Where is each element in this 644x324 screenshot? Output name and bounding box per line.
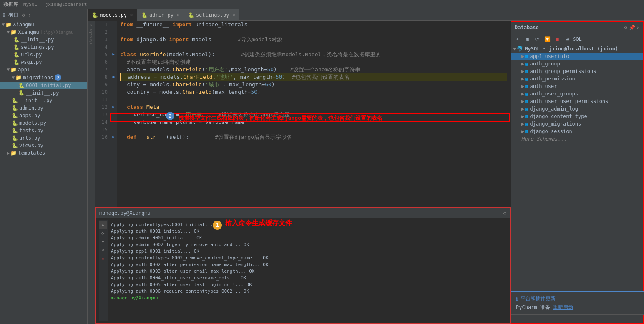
- db-table-icon: ▦: [525, 98, 528, 104]
- db-sql-btn[interactable]: SQL: [573, 35, 581, 43]
- code-line-1: from __future__ import unicode_literals: [120, 21, 507, 28]
- db-close-icon[interactable]: ✕: [637, 25, 640, 30]
- py-icon: 🐍: [18, 83, 25, 88]
- db-table-icon: ▦: [525, 91, 528, 97]
- tab-close-settings[interactable]: ✕: [232, 13, 235, 17]
- tab-settings-py[interactable]: 🐍 settings.py ✕: [184, 9, 240, 21]
- sidebar-item-xiangmu-path[interactable]: ▼ 📁 Xiangmu H:\py\Xiangmu: [0, 28, 87, 36]
- db-arrow-down: ▼: [513, 46, 516, 52]
- code-line-8: address = models.CharField('地址', max_len…: [120, 73, 507, 81]
- db-table-django-migrations[interactable]: ▶ ▦ django_migrations: [511, 120, 643, 128]
- menu-bar: 数据库 MySQL - jxiou@localhost: [0, 0, 644, 9]
- db-arrow: ▶: [521, 91, 524, 97]
- code-line-5: class userinfo(models.Model): #创建类必须继承mo…: [120, 51, 507, 58]
- db-arrow: ▶: [521, 121, 524, 127]
- db-table-auth-user[interactable]: ▶ ▦ auth_user: [511, 83, 643, 90]
- db-table-auth-group-perms[interactable]: ▶ ▦ auth_group_permissions: [511, 68, 643, 75]
- tab-close-models[interactable]: ✕: [130, 13, 133, 17]
- db-table-auth-permission[interactable]: ▶ ▦ auth_permission: [511, 75, 643, 83]
- db-add-btn[interactable]: +: [513, 35, 521, 43]
- db-settings-icon[interactable]: ⚙: [624, 25, 627, 30]
- sidebar-label-init2: __init__.py: [26, 90, 59, 96]
- sidebar-item-views[interactable]: 🐍 views.py: [0, 142, 87, 149]
- db-arrow: ▶: [521, 76, 524, 82]
- db-table-app1-userinfo[interactable]: ▶ ▦ app1_userinfo: [511, 53, 643, 60]
- sidebar-item-urls-2[interactable]: 🐍 urls.py: [0, 134, 87, 142]
- sidebar-label-init3: __init__.py: [19, 98, 52, 103]
- tab-close-admin[interactable]: ✕: [177, 13, 179, 17]
- db-table-icon: ▦: [525, 76, 528, 82]
- db-grid-btn[interactable]: ⊞: [563, 35, 571, 43]
- sidebar-item-xiangmu-root[interactable]: ▼ 📁 Xiangmu: [0, 21, 87, 28]
- py-icon: 🐍: [13, 37, 20, 43]
- db-table-django-admin-log[interactable]: ▶ ▦ django_admin_log: [511, 105, 643, 113]
- structure-label[interactable]: Structure: [88, 21, 95, 48]
- sidebar-item-templates[interactable]: ▶ 📁 templates: [0, 149, 87, 157]
- db-more-schemas[interactable]: More Schemas...: [511, 135, 643, 143]
- db-arrow: ▶: [521, 128, 524, 134]
- db-pin-icon[interactable]: 📌: [629, 25, 635, 30]
- db-arrow: ▶: [521, 83, 524, 89]
- sidebar-label-tests: tests.py: [19, 128, 43, 133]
- terminal-settings-icon[interactable]: ⚙: [503, 210, 506, 216]
- db-stop-btn[interactable]: ■: [553, 35, 561, 43]
- notification-link[interactable]: 重新启动: [553, 304, 573, 310]
- sort-icon[interactable]: ↕: [28, 12, 31, 18]
- sidebar-item-init-2[interactable]: 🐍 __init__.py: [0, 89, 87, 97]
- terminal-btn-1[interactable]: ▶: [99, 221, 107, 229]
- sidebar-item-admin[interactable]: 🐍 admin.py: [0, 104, 87, 112]
- db-table-name: auth_user_groups: [530, 91, 578, 97]
- code-line-13: verbose_name = '用户表' #设置表名称在django后台显: [120, 111, 507, 118]
- terminal-header: manage.py@Xiangmu ⚙: [96, 208, 510, 218]
- terminal-btn-5[interactable]: ✕: [99, 255, 107, 262]
- tab-models-py[interactable]: 🐍 models.py ✕: [88, 9, 137, 21]
- code-editor[interactable]: 12345 678910 1112131415 16 ▶ ● ▶: [95, 21, 511, 207]
- sidebar-item-settings[interactable]: 🐍 settings.py: [0, 43, 87, 51]
- tab-icon-models: 🐍: [92, 12, 98, 18]
- code-line-6: #不设置主键id将自动创建: [120, 58, 507, 66]
- db-table-django-content-type[interactable]: ▶ ▦ django_content_type: [511, 113, 643, 120]
- py-icon: 🐍: [12, 135, 18, 141]
- sidebar-item-tests[interactable]: 🐍 tests.py: [0, 127, 87, 134]
- code-content[interactable]: from __future__ import unicode_literals …: [117, 21, 511, 207]
- db-table-auth-group[interactable]: ▶ ▦ auth_group: [511, 60, 643, 68]
- folder-icon: 📁: [10, 29, 17, 35]
- sidebar-item-apps[interactable]: 🐍 apps.py: [0, 112, 87, 119]
- sidebar-item-urls-1[interactable]: 🐍 urls.py: [0, 51, 87, 58]
- py-icon: 🐍: [12, 105, 18, 111]
- terminal-btn-4[interactable]: ⌫: [99, 246, 107, 254]
- db-more-label: More Schemas...: [521, 136, 566, 142]
- py-icon: 🐍: [12, 128, 18, 133]
- sidebar-item-init-3[interactable]: 🐍 __init__.py: [0, 97, 87, 104]
- terminal-content[interactable]: ▶ ⟳ ▼ ⌫ ✕ Applying contenttypes.0001_ini…: [96, 218, 510, 323]
- menu-database[interactable]: 数据库: [3, 1, 18, 8]
- sidebar-label-settings: settings.py: [21, 44, 54, 50]
- code-line-2: [120, 28, 507, 36]
- sidebar-item-init-1[interactable]: 🐍 __init__.py: [0, 36, 87, 43]
- terminal-btn-3[interactable]: ▼: [99, 238, 107, 246]
- db-tree: ▼ 🐬 MySQL - jxiou@localhost (jxiou) ▶ ▦ …: [511, 45, 643, 323]
- db-table-django-session[interactable]: ▶ ▦ django_session: [511, 128, 643, 135]
- db-table-icon: ▦: [525, 128, 528, 134]
- sidebar-item-wsgi[interactable]: 🐍 wsgi.py: [0, 58, 87, 66]
- db-arrow: ▶: [521, 106, 524, 112]
- db-refresh-btn[interactable]: ⟳: [533, 35, 541, 43]
- tab-admin-py[interactable]: 🐍 admin.py ✕: [137, 9, 184, 21]
- sidebar-label-xiangmu2: Xiangmu: [18, 29, 39, 35]
- settings-icon[interactable]: ⚙: [22, 12, 25, 18]
- db-filter-btn[interactable]: 🔽: [543, 35, 551, 43]
- sidebar-item-app1[interactable]: ▼ 📁 app1: [0, 66, 87, 73]
- db-table-auth-user-groups[interactable]: ▶ ▦ auth_user_groups: [511, 90, 643, 98]
- sidebar-item-models[interactable]: 🐍 models.py: [0, 119, 87, 127]
- db-connection-node[interactable]: ▼ 🐬 MySQL - jxiou@localhost (jxiou): [511, 45, 643, 53]
- db-table-icon: ▦: [525, 53, 528, 59]
- folder-icon: 📁: [10, 150, 17, 156]
- sidebar-item-0001-initial[interactable]: 🐍 0001_initial.py: [0, 82, 87, 89]
- sidebar-item-migrations[interactable]: ▼ 📁 migrations 2: [0, 73, 87, 82]
- py-icon: 🐍: [12, 98, 18, 103]
- sidebar-label-migrations: migrations: [23, 75, 53, 80]
- terminal-btn-2[interactable]: ⟳: [99, 230, 107, 237]
- db-table-auth-user-user-perms[interactable]: ▶ ▦ auth_user_user_permissions: [511, 98, 643, 105]
- db-table-btn[interactable]: ▦: [523, 35, 531, 43]
- db-table-icon: ▦: [525, 121, 528, 127]
